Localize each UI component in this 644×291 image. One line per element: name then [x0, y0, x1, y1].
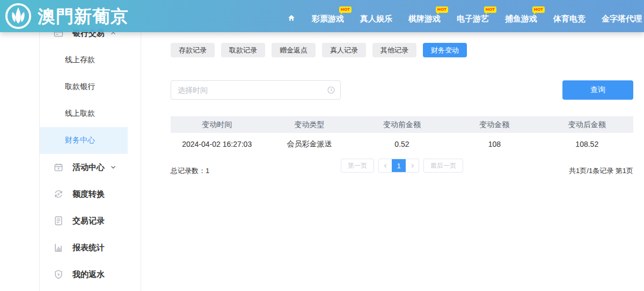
- first-page-button[interactable]: 第一页: [341, 159, 374, 173]
- tab-other-records[interactable]: 其他记录: [372, 43, 416, 57]
- hot-badge: HOT: [436, 6, 448, 13]
- finance-change-table: 变动时间 变动类型 变动前金额 变动金额 变动后金额 2024-04-02 16…: [171, 116, 633, 155]
- table-row: 2024-04-02 16:27:03 会员彩金派送 0.52 108 108.…: [171, 133, 633, 155]
- filter-row: 查询: [171, 80, 633, 100]
- record-tabs: 存款记录 取款记录 赠金返点 真人记录 其他记录 财务变动: [171, 43, 633, 57]
- nav-item-board-games[interactable]: HOT 棋牌游戏: [408, 14, 441, 24]
- cell-change-amount: 108: [448, 133, 540, 155]
- sidebar-item-quota-transfer[interactable]: ¥ 额度转换: [40, 181, 128, 207]
- sidebar-item-report-statistics[interactable]: 报表统计: [40, 234, 128, 261]
- brand-logo-icon: [4, 2, 32, 30]
- pagination: 第一页 1 最后一页: [341, 159, 463, 173]
- tab-finance-changes[interactable]: 财务变动: [423, 43, 467, 57]
- top-header: 澳門新葡京 HOT 彩票游戏 真人娱乐 HOT 棋牌游戏 HOT 电子游艺 HO…: [0, 0, 644, 32]
- table-header-row: 变动时间 变动类型 变动前金额 变动金额 变动后金额: [171, 116, 633, 133]
- records-icon: [53, 215, 64, 226]
- sidebar-item-withdraw-bank[interactable]: 取款银行: [40, 73, 128, 100]
- nav-item-slot-games[interactable]: HOT 电子游艺: [457, 14, 489, 24]
- transfer-icon: ¥: [53, 189, 64, 199]
- prev-page-button[interactable]: [379, 159, 392, 172]
- cell-amount-before: 0.52: [356, 133, 448, 155]
- sidebar-item-online-withdraw[interactable]: 线上取款: [40, 100, 128, 127]
- tab-deposit-records[interactable]: 存款记录: [171, 43, 215, 57]
- column-header-change-type: 变动类型: [263, 116, 355, 133]
- nav-item-label: 捕鱼游戏: [505, 14, 537, 23]
- nav-item-label: 彩票游戏: [312, 14, 344, 23]
- pagination-row: 总记录数：1 第一页 1 最后一页 共1页/1条记录 第1页: [171, 159, 633, 176]
- sidebar-item-label: 取款银行: [65, 82, 95, 92]
- hot-badge: HOT: [532, 6, 545, 13]
- home-nav-item[interactable]: [287, 14, 296, 24]
- cell-amount-after: 108.52: [541, 133, 633, 155]
- column-header-amount-before: 变动前金额: [356, 116, 448, 133]
- sidebar-item-label: 线上取款: [65, 109, 95, 118]
- sidebar-item-label: 交易记录: [72, 216, 105, 226]
- column-header-change-amount: 变动金额: [448, 116, 540, 133]
- tab-bonus-rebate[interactable]: 赠金返点: [272, 43, 316, 57]
- last-page-button[interactable]: 最后一页: [423, 159, 463, 173]
- nav-item-live-casino[interactable]: 真人娱乐: [360, 14, 392, 24]
- home-icon: [287, 14, 296, 22]
- current-page-button[interactable]: 1: [392, 159, 406, 172]
- column-header-change-time: 变动时间: [171, 116, 263, 133]
- report-icon: [53, 242, 64, 253]
- total-records-text: 总记录数：1: [171, 166, 341, 176]
- nav-item-lottery-games[interactable]: HOT 彩票游戏: [312, 14, 344, 24]
- sidebar-item-activity-center[interactable]: ¥ 活动中心: [40, 154, 128, 181]
- sidebar-item-online-deposit[interactable]: 线上存款: [40, 47, 128, 73]
- sidebar-item-label: 线上存款: [65, 55, 95, 65]
- clock-icon[interactable]: [327, 86, 335, 94]
- date-picker: [171, 80, 341, 100]
- top-nav: HOT 彩票游戏 真人娱乐 HOT 棋牌游戏 HOT 电子游艺 HOT 捕鱼游戏…: [287, 14, 644, 24]
- nav-item-label: 体育电竞: [553, 14, 586, 23]
- sidebar-item-finance-center[interactable]: 财务中心: [40, 127, 128, 154]
- sidebar-item-my-rebate[interactable]: ¥ 我的返水: [40, 261, 128, 288]
- tab-live-records[interactable]: 真人记录: [322, 43, 366, 57]
- nav-item-label: 电子游艺: [457, 14, 489, 23]
- nav-item-sports-esports[interactable]: 体育电竞: [553, 14, 586, 24]
- cell-change-time: 2024-04-02 16:27:03: [171, 133, 263, 155]
- sidebar-item-transaction-records[interactable]: 交易记录: [40, 207, 128, 234]
- next-page-button[interactable]: [406, 159, 419, 172]
- cell-change-type: 会员彩金派送: [263, 133, 355, 155]
- sidebar-item-label: 额度转换: [72, 189, 105, 199]
- nav-item-pyramid-agent[interactable]: 金字塔代理: [602, 14, 642, 24]
- main-content: 存款记录 取款记录 赠金返点 真人记录 其他记录 财务变动 查询 变动时间 变动…: [141, 32, 644, 291]
- brand-title: 澳門新葡京: [38, 8, 129, 25]
- sidebar-item-label: 活动中心: [72, 162, 105, 173]
- svg-text:¥: ¥: [57, 272, 60, 277]
- brand[interactable]: 澳門新葡京: [0, 2, 129, 30]
- nav-item-label: 棋牌游戏: [408, 14, 441, 23]
- page-info-text: 共1页/1条记录 第1页: [463, 166, 633, 176]
- sidebar: 银行交易 线上存款 取款银行 线上取款 财务中心 ¥ 活动中心 ¥ 额度转换: [39, 0, 141, 291]
- nav-item-label: 真人娱乐: [360, 14, 392, 23]
- chevron-left-icon: [383, 163, 389, 169]
- page-number-group: 1: [378, 159, 419, 173]
- nav-item-fishing-games[interactable]: HOT 捕鱼游戏: [505, 14, 537, 24]
- sidebar-item-label: 我的返水: [72, 270, 105, 280]
- svg-text:¥: ¥: [57, 192, 60, 197]
- nav-item-label: 金字塔代理: [602, 14, 642, 23]
- query-button[interactable]: 查询: [562, 80, 633, 100]
- svg-text:¥: ¥: [57, 167, 60, 170]
- tab-withdraw-records[interactable]: 取款记录: [221, 43, 265, 57]
- date-range-input[interactable]: [171, 80, 341, 100]
- column-header-amount-after: 变动后金额: [541, 116, 633, 133]
- hot-badge: HOT: [339, 6, 352, 13]
- chevron-down-icon: [109, 163, 117, 171]
- sidebar-item-label: 报表统计: [72, 243, 105, 253]
- sidebar-item-label: 财务中心: [65, 136, 95, 145]
- hot-badge: HOT: [484, 6, 496, 13]
- rebate-icon: ¥: [53, 269, 64, 280]
- chevron-right-icon: [409, 163, 415, 169]
- activity-icon: ¥: [53, 162, 64, 173]
